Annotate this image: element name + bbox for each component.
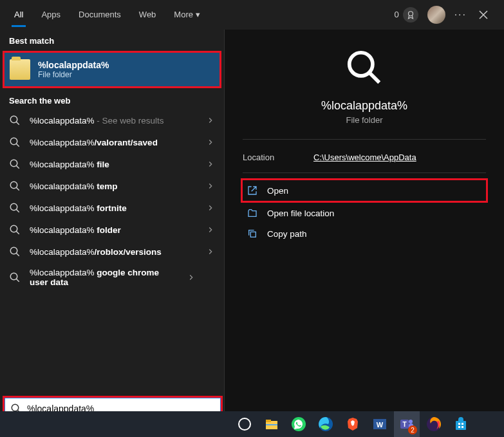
location-row: Location C:\Users\welcome\AppData	[243, 140, 486, 173]
search-icon	[9, 180, 21, 192]
search-icon	[344, 48, 384, 88]
web-result-item[interactable]: %localappdata% file	[0, 153, 224, 175]
chevron-right-icon	[187, 273, 196, 282]
svg-rect-14	[266, 420, 271, 422]
web-result-item[interactable]: %localappdata%/valorant/saved	[0, 131, 224, 153]
taskbar-word-icon[interactable]: W	[367, 411, 393, 437]
search-web-label: Search the web	[0, 89, 224, 109]
folder-icon	[10, 59, 30, 80]
search-top-tabs: All Apps Documents Web More▾ 0 ···	[0, 0, 504, 30]
rewards-icon	[403, 7, 418, 23]
chevron-right-icon	[206, 116, 215, 125]
best-match-result[interactable]: %localappdata% File folder	[3, 51, 221, 88]
preview-actions: Open Open file location Copy path	[243, 173, 486, 244]
svg-point-9	[350, 53, 373, 76]
taskbar-store-icon[interactable]	[448, 411, 474, 437]
tab-documents[interactable]: Documents	[70, 2, 130, 27]
svg-rect-28	[458, 426, 460, 428]
user-avatar[interactable]	[427, 6, 445, 24]
chevron-right-icon	[206, 181, 215, 191]
web-results-list: %localappdata% - See web results %locala…	[0, 109, 224, 424]
windows-search-panel: All Apps Documents Web More▾ 0 ··· Best …	[0, 0, 504, 424]
best-match-subtitle: File folder	[38, 70, 109, 79]
results-column: Best match %localappdata% File folder Se…	[0, 30, 224, 424]
search-icon	[9, 202, 21, 214]
action-open-file-location[interactable]: Open file location	[243, 203, 486, 223]
chevron-right-icon	[206, 247, 215, 256]
more-options-button[interactable]: ···	[454, 9, 467, 21]
svg-point-6	[10, 225, 17, 232]
svg-point-22	[409, 420, 413, 423]
svg-rect-27	[462, 423, 463, 425]
search-icon	[9, 272, 21, 283]
svg-point-3	[10, 160, 17, 167]
copy-icon	[247, 228, 258, 239]
svg-rect-15	[266, 424, 277, 425]
svg-point-1	[10, 116, 17, 123]
svg-point-5	[10, 203, 17, 210]
svg-point-12	[239, 418, 250, 430]
teams-badge: 2	[408, 425, 417, 434]
svg-point-7	[10, 247, 17, 254]
action-copy-path[interactable]: Copy path	[243, 223, 486, 244]
action-open[interactable]: Open	[241, 178, 488, 203]
tab-web[interactable]: Web	[130, 2, 165, 27]
best-match-title: %localappdata%	[38, 60, 109, 70]
taskbar-file-explorer-icon[interactable]	[259, 411, 285, 437]
location-link[interactable]: C:\Users\welcome\AppData	[313, 153, 416, 162]
svg-rect-26	[458, 423, 460, 425]
location-label: Location	[243, 153, 313, 162]
svg-point-8	[10, 273, 17, 280]
tab-all[interactable]: All	[5, 2, 32, 27]
preview-title: %localappdata%	[321, 99, 407, 113]
web-result-item[interactable]: %localappdata%/roblox/versions	[0, 241, 224, 263]
search-icon	[9, 158, 21, 170]
web-result-item[interactable]: %localappdata% - See web results	[0, 109, 224, 131]
svg-point-4	[10, 181, 17, 189]
chevron-down-icon: ▾	[196, 10, 200, 19]
taskbar-whatsapp-icon[interactable]	[286, 411, 312, 437]
open-external-icon	[247, 185, 258, 196]
taskbar: W T 2	[0, 411, 504, 437]
svg-text:T: T	[402, 421, 406, 428]
tab-apps[interactable]: Apps	[32, 2, 70, 27]
taskbar-cortana-icon[interactable]	[232, 411, 257, 437]
taskbar-firefox-icon[interactable]	[421, 411, 447, 437]
best-match-label: Best match	[0, 30, 224, 50]
folder-open-icon	[247, 208, 258, 218]
search-icon	[9, 115, 21, 126]
web-result-item[interactable]: %localappdata% fortnite	[0, 197, 224, 219]
chevron-right-icon	[206, 138, 215, 147]
svg-rect-29	[462, 426, 463, 428]
taskbar-teams-icon[interactable]: T 2	[394, 411, 420, 437]
close-button[interactable]	[476, 7, 491, 23]
svg-rect-25	[456, 421, 466, 430]
chevron-right-icon	[206, 225, 215, 234]
tab-more[interactable]: More▾	[165, 2, 209, 27]
svg-point-0	[408, 11, 413, 15]
web-result-item[interactable]: %localappdata% temp	[0, 175, 224, 197]
chevron-right-icon	[206, 203, 215, 212]
taskbar-brave-icon[interactable]	[340, 411, 366, 437]
svg-text:W: W	[377, 421, 384, 429]
search-icon	[9, 246, 21, 257]
search-icon	[9, 224, 21, 236]
svg-rect-10	[250, 232, 256, 237]
search-icon	[9, 136, 21, 148]
taskbar-edge-icon[interactable]	[313, 411, 339, 437]
web-result-item[interactable]: %localappdata% google chrome user data	[0, 263, 224, 292]
rewards-points[interactable]: 0	[394, 7, 418, 23]
preview-pane: %localappdata% File folder Location C:\U…	[224, 30, 504, 424]
chevron-right-icon	[206, 160, 215, 169]
preview-subtitle: File folder	[346, 115, 382, 125]
web-result-item[interactable]: %localappdata% folder	[0, 219, 224, 241]
svg-point-11	[12, 404, 19, 411]
svg-point-2	[10, 138, 17, 145]
